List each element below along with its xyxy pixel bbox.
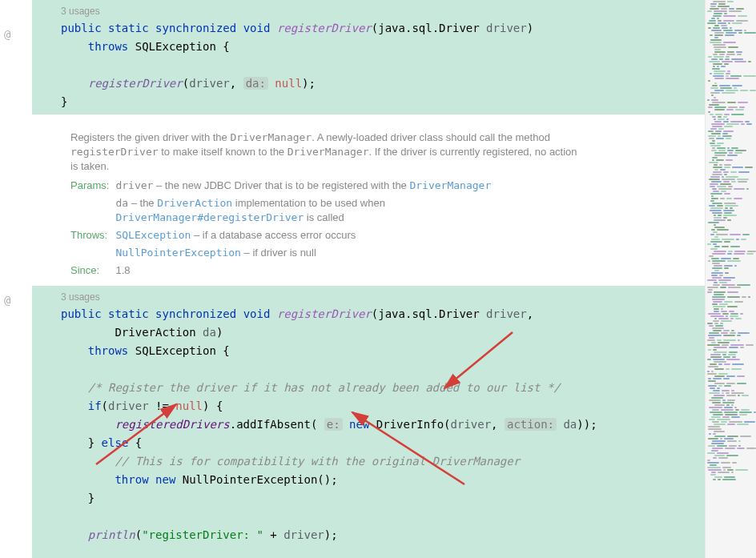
param-hint: action: [505, 418, 557, 431]
code-line[interactable]: throw new NullPointerException(); [32, 471, 756, 489]
code-line[interactable]: DriverAction da) [32, 323, 756, 342]
editor-container: @ @ 3 usages public static synchronized … [0, 0, 756, 558]
code-line[interactable]: throws SQLException { [32, 38, 756, 56]
override-icon[interactable]: @ [4, 294, 10, 307]
code-line[interactable] [32, 56, 756, 74]
link-sqlexception[interactable]: SQLException [115, 229, 191, 241]
code-line[interactable]: if(driver != null) { [32, 397, 756, 415]
code-line[interactable]: } else { [32, 434, 756, 452]
javadoc-params-table: Params: driver – the new JDBC Driver tha… [70, 177, 497, 279]
param-hint: e: [324, 418, 343, 431]
code-line[interactable]: } [32, 489, 756, 508]
code-line[interactable] [32, 360, 756, 379]
code-line[interactable]: registerDriver(driver, da: null); [32, 74, 756, 93]
usages-hint[interactable]: 3 usages [32, 289, 756, 305]
code-line[interactable]: throws SQLException { [32, 342, 756, 360]
link-driveraction[interactable]: DriverAction [157, 197, 232, 209]
code-block-2: 3 usages public static synchronized void… [32, 286, 756, 558]
code-line[interactable] [32, 508, 756, 526]
code-line[interactable]: registeredDrivers.addIfAbsent( e: new Dr… [32, 415, 756, 434]
code-area[interactable]: 3 usages public static synchronized void… [32, 0, 756, 558]
link-npe[interactable]: NullPointerException [115, 247, 241, 259]
minimap[interactable]: // generate minimap lines document.addEv… [705, 0, 756, 558]
link-drivermanager[interactable]: DriverManager [409, 179, 491, 191]
params-label: Params: [70, 177, 115, 195]
code-block-1: 3 usages public static synchronized void… [32, 0, 756, 114]
throws-row: NullPointerException – if driver is null [115, 244, 497, 262]
param-row: driver – the new JDBC Driver that is to … [115, 177, 497, 195]
override-icon[interactable]: @ [4, 28, 10, 41]
since-value: 1.8 [115, 262, 497, 279]
throws-label: Throws: [70, 227, 115, 244]
param-hint: da: [243, 77, 268, 90]
javadoc-block: Registers the given driver with the Driv… [32, 124, 756, 286]
gutter: @ @ [0, 0, 32, 558]
code-line[interactable]: println("registerDriver: " + driver); [32, 526, 756, 544]
code-line[interactable]: public static synchronized void register… [32, 305, 756, 323]
code-line[interactable]: public static synchronized void register… [32, 19, 756, 38]
code-line[interactable]: // This is for compatibility with the or… [32, 452, 756, 471]
code-line[interactable] [32, 544, 756, 558]
javadoc-description: Registers the given driver with the Driv… [70, 130, 756, 174]
since-label: Since: [70, 262, 115, 279]
code-line[interactable]: /* Register the driver if it has not alr… [32, 379, 756, 397]
usages-hint[interactable]: 3 usages [32, 3, 756, 19]
code-line[interactable]: } [32, 93, 756, 111]
link-deregister[interactable]: DriverManager#deregisterDriver [115, 211, 304, 223]
param-row: da – the DriverAction implementation to … [115, 195, 497, 227]
throws-row: SQLException – if a database access erro… [115, 227, 497, 244]
